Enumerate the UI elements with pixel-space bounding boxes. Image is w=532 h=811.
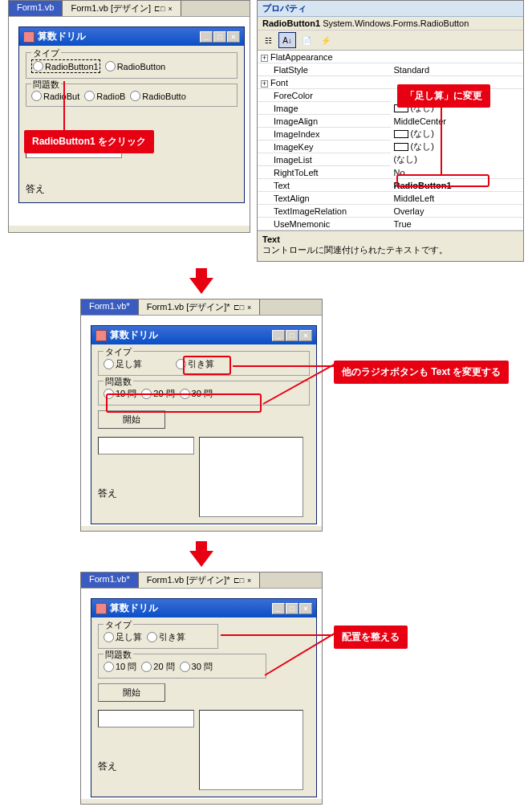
tab-design[interactable]: Form1.vb [デザイン]*⊏□×	[139, 573, 261, 588]
minimize-icon: _	[272, 330, 285, 341]
callout-change-text: 「足し算」に変更	[397, 84, 490, 108]
properties-grid: +FlatAppearance FlatStyleStandard +Font …	[258, 51, 523, 230]
groupbox-count-label: 問題数	[104, 649, 133, 661]
pin-icon[interactable]: ⊏□	[234, 577, 244, 585]
designer-panel-1: Form1.vb Form1.vb [デザイン]⊏□× 算数ドリル _ □ × …	[8, 0, 250, 233]
prop-value[interactable]: Standard	[391, 64, 524, 75]
tab-code[interactable]: Form1.vb*	[81, 573, 139, 588]
groupbox-count: 問題数 10 問 20 問 30 問	[98, 654, 266, 679]
designer-panel-2: Form1.vb* Form1.vb [デザイン]*⊏□× 算数ドリル _ □ …	[80, 299, 323, 532]
properties-toolbar: ☷ A↓ 📄 ⚡	[258, 31, 523, 51]
form-titlebar: 算数ドリル _ □ ×	[91, 326, 316, 344]
tab-strip: Form1.vb* Form1.vb [デザイン]*⊏□×	[81, 573, 322, 589]
expander-icon[interactable]: +	[261, 55, 268, 62]
prop-value[interactable]: No	[391, 167, 524, 178]
tab-design[interactable]: Form1.vb [デザイン]⊏□×	[63, 1, 181, 16]
callout-arrange: 配置を整える	[334, 626, 408, 649]
tab-code[interactable]: Form1.vb	[9, 1, 63, 16]
answer-label: 答え	[98, 487, 117, 499]
close-window-icon: ×	[227, 31, 240, 43]
answer-label: 答え	[26, 183, 45, 194]
minimize-icon: _	[272, 603, 285, 614]
alphabetical-icon[interactable]: A↓	[278, 32, 296, 48]
groupbox-type: タイプ 足し算 引き算	[98, 624, 218, 649]
textbox-input[interactable]	[98, 710, 194, 727]
arrow-down-icon	[189, 551, 213, 567]
close-icon[interactable]: ×	[247, 304, 251, 312]
groupbox-count-label: 問題数	[31, 79, 61, 91]
form-designer[interactable]: 算数ドリル _ □ × タイプ 足し算 引き算 問題数	[91, 325, 317, 524]
start-button[interactable]: 開始	[98, 683, 165, 702]
tab-strip: Form1.vb Form1.vb [デザイン]⊏□×	[9, 1, 250, 17]
answer-label: 答え	[98, 760, 117, 772]
maximize-icon: □	[286, 330, 298, 341]
categorized-icon[interactable]: ☷	[259, 32, 277, 48]
form-icon	[95, 603, 107, 614]
groupbox-type: タイプ RadioButton1 RadioButton	[26, 52, 238, 79]
radio-hikizan[interactable]: 引き算	[176, 358, 214, 370]
form-designer[interactable]: 算数ドリル _ □ × タイプ 足し算 引き算 問題数	[91, 598, 317, 797]
prop-value[interactable]: Overlay	[391, 206, 524, 217]
prop-value[interactable]: MiddleLeft	[391, 193, 524, 204]
properties-description: Text コントロールに関連付けられたテキストです。	[258, 230, 523, 259]
groupbox-count-label: 問題数	[104, 376, 133, 388]
form-icon	[95, 330, 107, 341]
prop-value[interactable]: (なし)	[391, 153, 524, 166]
maximize-icon: □	[286, 603, 298, 614]
properties-object[interactable]: RadioButton1 System.Windows.Forms.RadioB…	[258, 17, 523, 31]
radio-20[interactable]: 20 問	[141, 388, 174, 400]
tab-code[interactable]: Form1.vb*	[81, 300, 139, 315]
radio-20[interactable]: 20 問	[141, 661, 174, 673]
form-designer[interactable]: 算数ドリル _ □ × タイプ RadioButton1 RadioButton…	[18, 26, 245, 203]
minimize-icon: _	[200, 31, 213, 43]
close-icon[interactable]: ×	[169, 5, 173, 13]
groupbox-type: タイプ 足し算 引き算	[98, 351, 310, 376]
pin-icon[interactable]: ⊏□	[154, 5, 164, 13]
properties-title: プロパティ	[258, 1, 523, 17]
radio-tashizan[interactable]: 足し算	[104, 631, 142, 643]
prop-value[interactable]: (なし)	[391, 140, 524, 153]
prop-value[interactable]: MiddleCenter	[391, 116, 524, 127]
radio-10[interactable]: 10 問	[104, 388, 136, 400]
radio-10[interactable]: 10 問	[104, 661, 136, 673]
radio-button-1[interactable]: RadioButton1	[33, 61, 99, 71]
groupbox-type-label: タイプ	[104, 346, 133, 358]
designer-panel-3: Form1.vb* Form1.vb [デザイン]*⊏□× 算数ドリル _ □ …	[80, 572, 323, 805]
groupbox-type-label: タイプ	[31, 47, 61, 59]
swatch-icon	[394, 143, 408, 151]
tab-strip: Form1.vb* Form1.vb [デザイン]*⊏□×	[81, 300, 322, 316]
form-titlebar: 算数ドリル _ □ ×	[19, 27, 244, 46]
radio-hikizan[interactable]: 引き算	[147, 631, 185, 643]
close-icon[interactable]: ×	[247, 577, 251, 585]
callout-click-radio: RadioButton1 をクリック	[24, 130, 154, 153]
prop-text-value[interactable]: RadioButton1	[391, 180, 524, 191]
form-icon	[23, 31, 35, 43]
radio-tashizan[interactable]: 足し算	[104, 358, 142, 370]
tab-design[interactable]: Form1.vb [デザイン]*⊏□×	[139, 300, 261, 315]
arrow-down-icon	[189, 278, 213, 294]
radio-30[interactable]: 30 問	[180, 661, 213, 673]
properties-panel: プロパティ RadioButton1 System.Windows.Forms.…	[257, 0, 524, 262]
textbox-input[interactable]	[98, 437, 194, 454]
events-icon[interactable]: ⚡	[317, 32, 335, 48]
textarea-output[interactable]	[199, 437, 303, 517]
callout-other-radios: 他のラジオボタンも Text を変更する	[334, 361, 509, 384]
radio-button-2[interactable]: RadioButton	[105, 59, 166, 73]
properties-icon[interactable]: 📄	[298, 32, 315, 48]
prop-value[interactable]: True	[391, 218, 524, 230]
close-window-icon: ×	[299, 330, 312, 341]
radio-c[interactable]: RadioButto	[130, 91, 185, 101]
textarea-output[interactable]	[199, 710, 303, 790]
start-button[interactable]: 開始	[98, 410, 165, 429]
expander-icon[interactable]: +	[261, 80, 268, 88]
prop-value[interactable]: (なし)	[391, 127, 524, 141]
groupbox-count: 問題数 10 問 20 問 30 問	[98, 381, 310, 406]
radio-b[interactable]: RadioB	[84, 91, 125, 101]
groupbox-count: 問題数 RadioBut RadioB RadioButto	[26, 84, 238, 107]
swatch-icon	[394, 130, 408, 138]
pin-icon[interactable]: ⊏□	[234, 304, 244, 312]
groupbox-type-label: タイプ	[104, 619, 133, 631]
close-window-icon: ×	[299, 603, 312, 614]
radio-a[interactable]: RadioBut	[31, 91, 79, 101]
radio-30[interactable]: 30 問	[180, 388, 213, 400]
